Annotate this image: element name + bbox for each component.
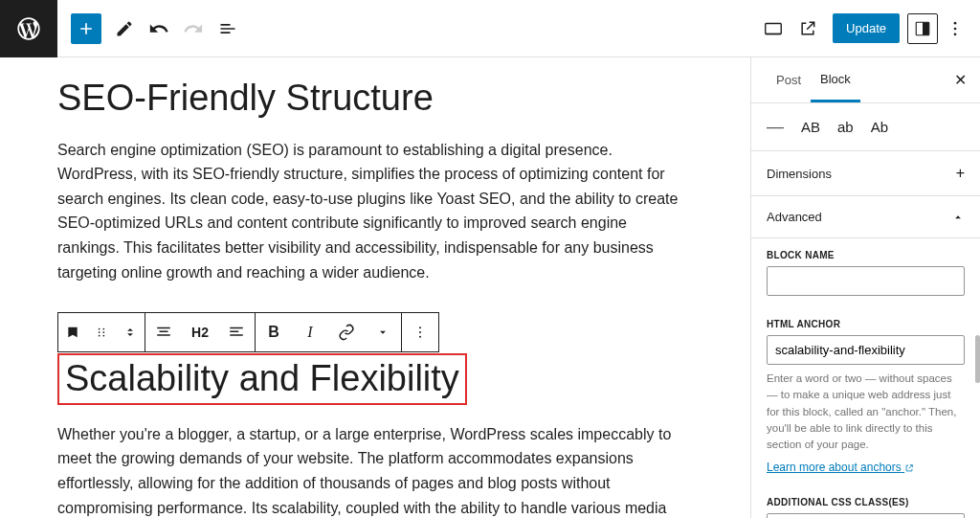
- heading-scalability-selected[interactable]: Scalability and Flexibility: [57, 353, 467, 405]
- svg-rect-0: [766, 23, 782, 34]
- svg-point-14: [419, 336, 421, 338]
- settings-sidebar: Post Block ✕ — AB ab Ab Dimensions + Adv…: [750, 57, 980, 518]
- dimensions-panel[interactable]: Dimensions +: [751, 151, 980, 196]
- block-more-options[interactable]: [402, 313, 438, 351]
- svg-point-4: [954, 27, 957, 30]
- heading-level-button[interactable]: H2: [182, 313, 218, 351]
- block-name-input[interactable]: [767, 266, 965, 296]
- edit-tool-button[interactable]: [107, 11, 142, 46]
- svg-point-6: [99, 328, 100, 330]
- block-name-field: BLOCK NAME: [751, 238, 980, 307]
- view-button[interactable]: [756, 11, 791, 46]
- html-anchor-input[interactable]: [767, 335, 965, 365]
- svg-point-11: [102, 335, 104, 337]
- svg-point-12: [419, 327, 421, 328]
- preview-button[interactable]: [791, 11, 825, 46]
- editor-canvas[interactable]: SEO-Friendly Structure Search engine opt…: [0, 57, 750, 518]
- tab-post[interactable]: Post: [767, 59, 811, 101]
- top-toolbar: Update: [0, 0, 980, 57]
- undo-button[interactable]: [142, 11, 176, 46]
- html-anchor-field: HTML ANCHOR Enter a word or two — withou…: [751, 307, 980, 485]
- paragraph-scalability[interactable]: Whether you're a blogger, a startup, or …: [57, 422, 693, 518]
- more-options-button[interactable]: [938, 11, 972, 46]
- svg-point-3: [954, 21, 957, 24]
- align-button[interactable]: [145, 313, 182, 351]
- html-anchor-label: HTML ANCHOR: [767, 319, 965, 329]
- wordpress-logo[interactable]: [0, 0, 57, 57]
- css-classes-label: ADDITIONAL CSS CLASS(ES): [767, 497, 965, 507]
- add-block-button[interactable]: [71, 13, 101, 44]
- block-type-icon[interactable]: [58, 313, 87, 351]
- text-align-button[interactable]: [218, 313, 255, 351]
- case-lower[interactable]: ab: [837, 119, 854, 135]
- document-outline-button[interactable]: [211, 11, 245, 46]
- chevron-up-icon: [951, 211, 965, 224]
- anchor-help-text: Enter a word or two — without spaces — t…: [767, 371, 965, 453]
- bold-button[interactable]: B: [256, 313, 292, 351]
- svg-point-9: [102, 328, 104, 330]
- learn-more-link[interactable]: Learn more about anchors: [767, 461, 914, 474]
- more-formatting-button[interactable]: [365, 313, 401, 351]
- move-arrows-icon[interactable]: [116, 313, 145, 351]
- link-button[interactable]: [328, 313, 365, 351]
- decrease-icon[interactable]: —: [767, 117, 784, 137]
- plus-icon: +: [956, 165, 965, 182]
- case-cap[interactable]: Ab: [871, 119, 888, 135]
- drag-handle-icon[interactable]: [87, 313, 116, 351]
- block-toolbar: H2 B I: [57, 312, 439, 352]
- heading-seo[interactable]: SEO-Friendly Structure: [57, 77, 693, 121]
- close-sidebar-icon[interactable]: ✕: [954, 71, 967, 89]
- tab-block[interactable]: Block: [811, 58, 860, 102]
- svg-point-5: [954, 33, 957, 35]
- sidebar-tabs: Post Block ✕: [751, 57, 980, 103]
- svg-point-7: [99, 331, 100, 333]
- svg-point-8: [99, 335, 100, 337]
- css-classes-input[interactable]: [767, 513, 965, 518]
- block-name-label: BLOCK NAME: [767, 250, 965, 260]
- italic-button[interactable]: I: [292, 313, 328, 351]
- svg-point-13: [419, 331, 421, 333]
- settings-panel-toggle[interactable]: [907, 13, 938, 44]
- letter-case-row: — AB ab Ab: [751, 103, 980, 151]
- paragraph-seo[interactable]: Search engine optimization (SEO) is para…: [57, 138, 693, 285]
- advanced-panel[interactable]: Advanced: [751, 196, 980, 238]
- css-classes-field: ADDITIONAL CSS CLASS(ES) Separate multip…: [751, 485, 980, 518]
- redo-button[interactable]: [176, 11, 211, 46]
- svg-rect-2: [923, 22, 929, 35]
- update-button[interactable]: Update: [833, 13, 900, 43]
- svg-point-10: [102, 331, 104, 333]
- scrollbar-thumb[interactable]: [975, 335, 980, 383]
- case-upper[interactable]: AB: [801, 119, 820, 135]
